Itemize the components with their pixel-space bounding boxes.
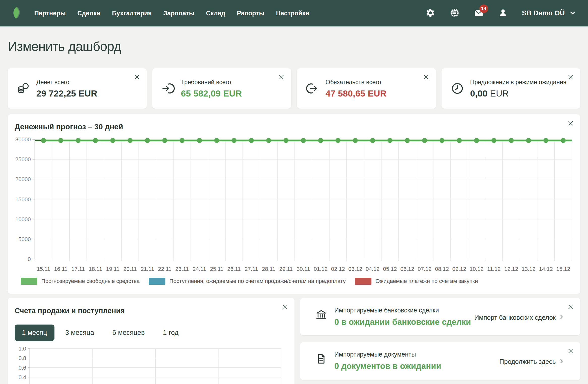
stat-card-body: Обязательств всего47 580,65 EUR — [326, 79, 387, 99]
nav-item-6[interactable]: Настройки — [276, 10, 309, 17]
svg-text:5000: 5000 — [18, 236, 31, 242]
svg-text:05.12: 05.12 — [383, 266, 397, 272]
svg-text:29.11: 29.11 — [279, 266, 293, 272]
svg-text:25.11: 25.11 — [210, 266, 223, 272]
svg-text:18.11: 18.11 — [89, 266, 102, 272]
svg-text:11.12: 11.12 — [487, 266, 501, 272]
app-logo[interactable] — [11, 7, 22, 20]
close-button[interactable] — [423, 74, 429, 80]
svg-text:22.11: 22.11 — [158, 266, 171, 272]
import-bank-link[interactable]: Импорт банковских сделок — [474, 314, 571, 322]
svg-text:04.12: 04.12 — [366, 266, 379, 272]
cash-forecast-card: Денежный прогноз – 30 дней 0500010000150… — [8, 114, 580, 294]
close-button[interactable] — [567, 348, 574, 354]
close-icon — [134, 77, 140, 81]
arrow-out-icon — [306, 82, 319, 95]
action-card-title: Импортируемые банковские сделки — [334, 307, 471, 314]
svg-text:02.12: 02.12 — [331, 266, 345, 272]
svg-text:10.12: 10.12 — [470, 266, 484, 272]
legend-item-0: Прогнозируемые свободные средства — [21, 278, 140, 285]
stat-label: Денег всего — [36, 79, 97, 86]
tab-period-3[interactable]: 1 год — [156, 325, 186, 341]
language-button[interactable] — [449, 8, 460, 19]
settings-button[interactable] — [425, 8, 436, 19]
action-card-highlight: 0 документов в ожидании — [334, 361, 441, 371]
period-tabs: 1 месяц3 месяца6 месяцев1 год — [15, 325, 287, 341]
legend-label: Прогнозируемые свободные средства — [41, 278, 140, 284]
svg-text:20000: 20000 — [15, 176, 31, 182]
stat-currency: EUR — [365, 88, 387, 98]
company-name: SB Demo OÜ — [522, 9, 565, 17]
svg-text:10000: 10000 — [15, 216, 31, 222]
tab-period-2[interactable]: 6 месяцев — [105, 325, 152, 341]
svg-text:28.11: 28.11 — [262, 266, 275, 272]
forecast-title: Денежный прогноз – 30 дней — [15, 122, 573, 131]
svg-text:19.11: 19.11 — [106, 266, 119, 272]
action-cards-column: Импортируемые банковские сделки0 в ожида… — [300, 298, 580, 380]
close-icon — [567, 77, 574, 81]
stat-card-body: Предложения в режиме ожидания0,00 EUR — [470, 79, 567, 99]
person-icon — [498, 8, 508, 19]
stat-label: Требований всего — [181, 79, 242, 86]
nav-item-5[interactable]: Рапорты — [237, 10, 264, 17]
nav-item-2[interactable]: Бухгалтерия — [112, 10, 152, 17]
messages-button[interactable]: 14 — [474, 8, 484, 19]
arrow-in-icon — [161, 82, 175, 95]
nav-item-0[interactable]: Партнеры — [34, 10, 66, 17]
stat-value: 29 722,25 EUR — [36, 88, 97, 99]
stat-amount: 0,00 — [470, 88, 488, 98]
svg-text:27.11: 27.11 — [245, 266, 258, 272]
svg-text:08.12: 08.12 — [435, 266, 449, 272]
close-button[interactable] — [567, 120, 574, 126]
action-card-text: Импортируемые документы0 документов в ож… — [334, 351, 441, 380]
close-button[interactable] — [134, 74, 140, 80]
continue-here-link[interactable]: Продолжить здесь — [499, 358, 571, 366]
svg-text:13.12: 13.12 — [522, 266, 536, 272]
profile-button[interactable] — [498, 8, 508, 19]
nav-item-4[interactable]: Склад — [206, 10, 225, 17]
nav-item-3[interactable]: Зарплаты — [163, 10, 194, 17]
action-card-highlight: 0 в ожидании банковские сделки — [334, 317, 471, 327]
main-menu: ПартнерыСделкиБухгалтерияЗарплатыСкладРа… — [34, 10, 309, 17]
svg-text:0: 0 — [28, 256, 31, 262]
bottom-row: Счета продажи и поступления 1 месяц3 мес… — [8, 298, 580, 384]
stat-amount: 29 722,25 — [36, 88, 76, 98]
legend-swatch — [355, 278, 371, 285]
stat-currency: EUR — [221, 88, 242, 98]
tab-period-1[interactable]: 3 месяца — [58, 325, 102, 341]
nav-item-1[interactable]: Сделки — [77, 10, 101, 17]
svg-text:09.12: 09.12 — [452, 266, 466, 272]
leaf-icon — [11, 6, 22, 20]
tab-period-0[interactable]: 1 месяц — [15, 325, 54, 341]
close-icon — [281, 307, 288, 311]
close-icon — [278, 77, 285, 81]
stat-card-body: Требований всего65 582,09 EUR — [181, 79, 242, 99]
navbar-actions: 14 SB Demo OÜ — [425, 8, 576, 19]
svg-text:1.0: 1.0 — [18, 346, 26, 352]
stat-card-0: Денег всего29 722,25 EUR — [8, 68, 147, 109]
company-switcher[interactable]: SB Demo OÜ — [522, 9, 576, 18]
close-button[interactable] — [567, 74, 574, 80]
svg-text:15000: 15000 — [15, 196, 31, 203]
stat-card-2: Обязательств всего47 580,65 EUR — [297, 68, 436, 109]
action-card-text: Импортируемые банковские сделки0 в ожида… — [334, 307, 471, 335]
action-link-label: Импорт банковских сделок — [474, 314, 556, 322]
close-icon — [567, 123, 574, 127]
svg-text:12.12: 12.12 — [504, 266, 518, 272]
close-button[interactable] — [567, 304, 574, 310]
close-button[interactable] — [278, 74, 285, 80]
legend-item-2: Ожидаемые платежи по счетам закупки — [355, 278, 478, 285]
action-link-label: Продолжить здесь — [499, 358, 556, 366]
chevron-down-icon — [569, 9, 576, 18]
svg-text:06.12: 06.12 — [400, 266, 414, 272]
svg-text:26.11: 26.11 — [227, 266, 241, 272]
stat-amount: 65 582,09 — [181, 88, 221, 98]
svg-text:24.11: 24.11 — [193, 266, 206, 272]
legend-item-1: Поступления, ожидаемые по счетам продажи… — [149, 278, 346, 285]
legend-swatch — [21, 278, 37, 285]
stat-value: 0,00 EUR — [470, 88, 567, 99]
svg-text:30.11: 30.11 — [297, 266, 310, 272]
clock-icon — [451, 82, 464, 95]
bank-icon — [315, 309, 327, 321]
close-button[interactable] — [281, 304, 288, 310]
